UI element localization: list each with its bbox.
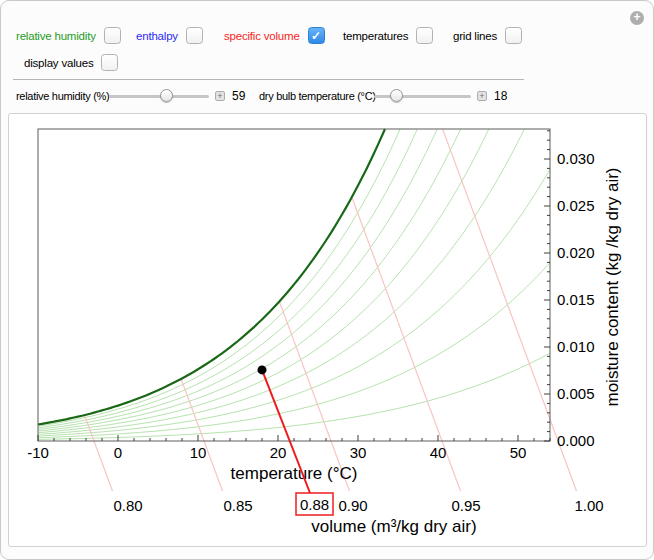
checkbox-checked-icon[interactable]: ✓: [308, 27, 325, 44]
checkbox-grid-lines[interactable]: grid lines: [453, 27, 522, 44]
checkbox-box[interactable]: [186, 27, 203, 44]
plus-icon: +: [633, 10, 640, 24]
slider-label-dry-bulb-temperature: dry bulb temperature (°C): [259, 90, 374, 102]
checkbox-label-display-values: display values: [24, 57, 93, 69]
slider-dry-bulb-temperature: dry bulb temperature (°C)+18: [259, 87, 507, 105]
slider-track-relative-humidity[interactable]: [109, 95, 209, 98]
slider-label-relative-humidity: relative humidity (%): [16, 90, 109, 102]
checkbox-label-specific-volume: specific volume: [224, 30, 300, 42]
checkbox-enthalpy[interactable]: enthalpy: [136, 27, 203, 44]
checkbox-label-relative-humidity: relative humidity: [16, 30, 96, 42]
checkbox-box[interactable]: [416, 27, 433, 44]
demonstration-panel: + relative humidityenthalpyspecific volu…: [0, 0, 654, 560]
slider-stepper-plus-icon[interactable]: +: [215, 91, 225, 101]
checkbox-specific-volume[interactable]: specific volume✓: [224, 27, 325, 44]
checkbox-temperatures[interactable]: temperatures: [343, 27, 433, 44]
slider-thumb-dry-bulb-temperature[interactable]: [390, 89, 403, 102]
slider-value-relative-humidity: 59: [232, 89, 245, 103]
slider-stepper-plus-icon[interactable]: +: [477, 91, 487, 101]
slider-track-dry-bulb-temperature[interactable]: [374, 95, 471, 98]
checkbox-relative-humidity[interactable]: relative humidity: [16, 27, 121, 44]
checkbox-label-temperatures: temperatures: [343, 30, 408, 42]
checkbox-box[interactable]: [101, 54, 118, 71]
slider-relative-humidity: relative humidity (%)+59: [16, 87, 245, 105]
checkbox-display-values[interactable]: display values: [24, 54, 118, 71]
checkbox-box[interactable]: [505, 27, 522, 44]
options-plus-button[interactable]: +: [630, 11, 644, 25]
slider-value-dry-bulb-temperature: 18: [494, 89, 507, 103]
chart-panel: [8, 113, 647, 547]
controls-divider: [13, 79, 524, 80]
checkbox-label-grid-lines: grid lines: [453, 30, 497, 42]
checkbox-box[interactable]: [104, 27, 121, 44]
checkbox-label-enthalpy: enthalpy: [136, 30, 178, 42]
slider-thumb-relative-humidity[interactable]: [160, 89, 173, 102]
